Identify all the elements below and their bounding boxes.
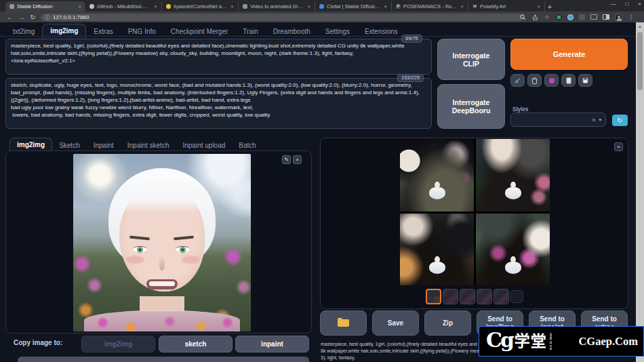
interrogate-deepbooru-button[interactable]: Interrogate DeepBooru [437, 84, 505, 129]
tab-txt2img[interactable]: txt2img [5, 25, 42, 39]
browser-tab-civitai[interactable]: Civitai | Stable Diffusion model × [315, 1, 392, 12]
reload-icon[interactable]: ↻ [27, 14, 39, 21]
watermark-domain: CGaep.Com [578, 335, 638, 348]
watermark-banner: Cg 学堂 Artist for you CGaep.Com [479, 326, 644, 357]
thumbnail-5[interactable] [494, 289, 509, 304]
generated-image-grid[interactable] [400, 139, 550, 285]
open-folder-button[interactable] [320, 310, 367, 336]
close-tab-icon[interactable]: × [460, 3, 464, 9]
browser-tab-strip: Stable Diffusion × GitHub - Mikubill/sd-… [0, 0, 644, 12]
thumbnail-4[interactable] [477, 289, 492, 304]
app-window: Stable Diffusion × GitHub - Mikubill/sd-… [0, 0, 644, 362]
copy-to-sketch-button[interactable]: sketch [159, 336, 233, 353]
styles-label: Styles [512, 106, 528, 113]
extension-blue-icon[interactable] [567, 14, 573, 20]
thumbnail-1-selected[interactable] [426, 289, 441, 304]
browser-menu-icon[interactable]: ⋮ [628, 14, 635, 20]
tab-settings[interactable]: Settings [318, 25, 357, 39]
remove-image-button[interactable]: × [293, 155, 302, 164]
extension-gray-icon[interactable] [590, 14, 597, 20]
close-tab-icon[interactable]: × [78, 3, 81, 9]
figure [505, 187, 521, 199]
negative-token-counter: 153/225 [397, 74, 424, 82]
thumbnail-2[interactable] [443, 289, 458, 304]
minimize-button[interactable]: — [610, 1, 616, 7]
portrait-smile [146, 279, 178, 289]
portrait-blush [126, 256, 144, 264]
forward-icon[interactable]: → [16, 14, 27, 21]
copy-to-inpaint-button[interactable]: inpaint [235, 336, 309, 353]
uploaded-image-portrait[interactable] [73, 154, 251, 331]
tab-train[interactable]: Train [235, 25, 265, 39]
extension-green-icon[interactable] [556, 14, 562, 20]
apply-style-button[interactable] [561, 74, 576, 87]
clear-prompt-button[interactable] [527, 74, 542, 87]
styles-dropdown[interactable]: × ▾ [510, 113, 606, 127]
save-style-button[interactable] [578, 74, 592, 87]
interrogate-clip-button[interactable]: Interrogate CLIP [437, 39, 505, 80]
thumbnail-6[interactable] [510, 290, 523, 303]
figure [505, 262, 521, 274]
close-tab-icon[interactable]: × [384, 3, 387, 9]
portrait-eye [176, 246, 190, 252]
paste-arrow-icon: ↙ [515, 77, 521, 84]
zip-button[interactable]: Zip [424, 310, 471, 336]
close-window-button[interactable]: × [638, 1, 641, 7]
generated-image-2 [476, 139, 550, 212]
tab-extras[interactable]: Extras [86, 25, 120, 39]
portrait-blush [182, 256, 199, 264]
posemyart-favicon: M [472, 4, 477, 9]
browser-tab-controlnet[interactable]: Ilyasviel/ControlNet at main × [162, 1, 239, 12]
scrollbar-thumb[interactable] [637, 32, 643, 90]
close-tab-icon[interactable]: × [537, 3, 540, 9]
browser-tab-github[interactable]: GitHub - Mikubill/sd-webui-co × [85, 1, 162, 12]
new-tab-button[interactable]: + [545, 2, 555, 12]
share-icon[interactable] [531, 14, 538, 20]
tab-png-info[interactable]: PNG Info [121, 25, 163, 39]
browser-tab-posemyart[interactable]: M PoseMy.Art × [468, 1, 545, 12]
generated-image-3 [400, 214, 474, 286]
profile-avatar[interactable] [615, 14, 622, 21]
github-favicon [89, 4, 94, 9]
clear-styles-icon[interactable]: × [592, 117, 595, 123]
gallery-thumbnails [426, 289, 523, 304]
search-icon[interactable] [519, 14, 526, 20]
scrollbar-up-arrow[interactable]: ▲ [636, 22, 644, 31]
browser-tab-gif-converter[interactable]: Video to animated GIF converter × [239, 1, 315, 12]
browser-tab-posemaniacs[interactable]: P POSEMANIACS - Royalty free 3 × [392, 1, 468, 12]
side-panel-icon[interactable] [603, 14, 609, 20]
watermark-logo-cn: 学堂 [515, 334, 547, 349]
close-tab-icon[interactable]: × [154, 3, 157, 9]
bookmark-star-icon[interactable]: ☆ [544, 14, 550, 20]
cutoff-bottom-button[interactable] [18, 357, 309, 362]
webui-page: txt2img img2img Extras PNG Info Checkpoi… [0, 22, 636, 362]
thumbnail-3[interactable] [460, 289, 475, 304]
extensions-puzzle-icon[interactable] [579, 14, 585, 20]
prompt-input[interactable]: masterpiece, best quality, 1girl, (color… [5, 39, 432, 75]
tab-extensions[interactable]: Extensions [357, 25, 405, 39]
paste-params-button[interactable]: ↙ [510, 74, 525, 87]
tab-title: POSEMANIACS - Royalty free 3 [403, 3, 458, 9]
chevron-down-icon[interactable]: ▾ [599, 117, 601, 123]
refresh-styles-button[interactable]: ↻ [612, 115, 628, 126]
portrait-nose [159, 256, 165, 270]
negative-prompt-input[interactable]: sketch, duplicate, ugly, huge eyes, text… [5, 78, 432, 129]
browser-toolbar-icons: ☆ ⋮ [519, 12, 635, 22]
generate-button[interactable]: Generate [510, 39, 628, 70]
tab-checkpoint-merger[interactable]: Checkpoint Merger [163, 25, 235, 39]
tab-dreambooth[interactable]: Dreambooth [266, 25, 318, 39]
close-gallery-button[interactable]: × [614, 142, 623, 151]
save-button[interactable]: Save [372, 310, 419, 336]
close-tab-icon[interactable]: × [230, 3, 234, 9]
back-icon[interactable]: ← [4, 14, 16, 21]
copy-to-img2img-button: img2img [81, 336, 155, 353]
page-scrollbar[interactable]: ▲ [636, 22, 644, 362]
posemaniacs-favicon: P [396, 4, 401, 9]
extra-networks-button[interactable] [544, 74, 559, 87]
edit-image-button[interactable]: ✎ [282, 155, 291, 164]
close-tab-icon[interactable]: × [307, 3, 310, 9]
address-input[interactable]: ⓘ 127.0.0.1:7860 [41, 14, 523, 21]
browser-tab-stable-diffusion[interactable]: Stable Diffusion × [5, 1, 85, 12]
maximize-button[interactable]: □ [625, 1, 628, 7]
site-info-icon[interactable]: ⓘ [45, 14, 50, 21]
